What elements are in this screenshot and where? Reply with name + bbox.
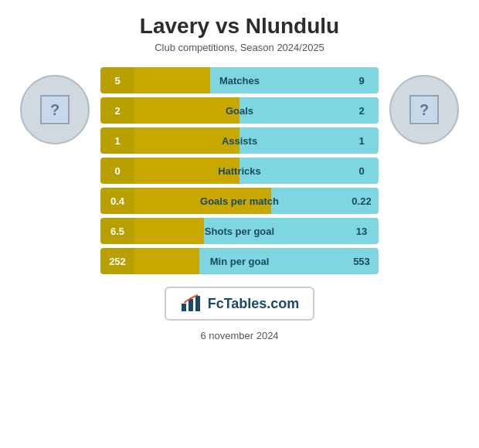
page-container: Lavery vs Nlundulu Club competitions, Se… (0, 0, 479, 448)
stats-table: 5 Matches 9 2 Goals 2 1 Assists 1 0 (100, 67, 379, 274)
fctables-logo-icon (180, 293, 202, 314)
stat-left-val: 0.4 (100, 188, 134, 214)
stat-label: Goals per match (200, 195, 279, 207)
stat-label: Assists (222, 135, 257, 147)
right-player-avatar-wrap: ? (385, 75, 464, 144)
logo-text: FcTables.com (208, 296, 300, 312)
stat-row-hattricks: 0 Hattricks 0 (100, 158, 379, 184)
date-label: 6 november 2024 (200, 330, 278, 341)
page-subtitle: Club competitions, Season 2024/2025 (155, 42, 324, 53)
stat-row-min-per-goal: 252 Min per goal 553 (100, 248, 379, 274)
stat-row-goals: 2 Goals 2 (100, 97, 379, 124)
stat-row-shots-per-goal: 6.5 Shots per goal 13 (100, 218, 379, 244)
stat-bar-container: Matches (134, 67, 345, 93)
stat-bar-container: Goals per match (134, 188, 345, 214)
svg-rect-1 (189, 299, 193, 311)
stat-bar-fill (134, 218, 204, 244)
stat-row-goals-per-match: 0.4 Goals per match 0.22 (100, 188, 379, 214)
right-player-avatar: ? (389, 75, 459, 144)
left-player-avatar-wrap: ? (15, 75, 94, 144)
stat-right-val: 0 (345, 158, 379, 184)
stat-label: Shots per goal (205, 226, 274, 237)
stat-right-val: 9 (345, 67, 379, 93)
left-player-image-placeholder: ? (40, 95, 70, 124)
logo-box: FcTables.com (165, 287, 315, 321)
svg-rect-0 (182, 304, 186, 311)
stat-bar-fill (134, 248, 199, 274)
logo-area: FcTables.com 6 november 2024 (165, 287, 315, 341)
stat-row-matches: 5 Matches 9 (100, 67, 379, 93)
stat-right-val: 553 (345, 248, 379, 274)
stat-row-assists: 1 Assists 1 (100, 127, 379, 154)
page-title: Lavery vs Nlundulu (140, 14, 339, 39)
stat-bar-container: Hattricks (134, 158, 345, 184)
stat-bar-container: Min per goal (134, 248, 345, 274)
stat-left-val: 5 (100, 67, 134, 93)
stat-left-val: 0 (100, 158, 134, 184)
stat-left-val: 252 (100, 248, 134, 274)
stat-label: Matches (219, 75, 260, 87)
stat-left-val: 2 (100, 97, 134, 124)
left-player-avatar: ? (20, 75, 90, 144)
stat-right-val: 2 (345, 97, 379, 124)
stat-bar-container: Shots per goal (134, 218, 345, 244)
stat-bar-fill (134, 97, 240, 124)
stat-left-val: 6.5 (100, 218, 134, 244)
stat-right-val: 1 (345, 127, 379, 154)
svg-rect-2 (195, 296, 200, 311)
main-content: ? 5 Matches 9 2 Goals 2 1 Assists 1 (0, 67, 479, 274)
stat-left-val: 1 (100, 127, 134, 154)
stat-label: Min per goal (210, 256, 270, 267)
stat-bar-container: Goals (134, 97, 345, 124)
stat-label: Goals (226, 105, 253, 117)
stat-right-val: 13 (345, 218, 379, 244)
stat-label: Hattricks (218, 165, 261, 177)
stat-bar-fill (134, 67, 210, 93)
stat-right-val: 0.22 (345, 188, 379, 214)
right-player-image-placeholder: ? (409, 95, 439, 124)
stat-bar-container: Assists (134, 127, 345, 154)
